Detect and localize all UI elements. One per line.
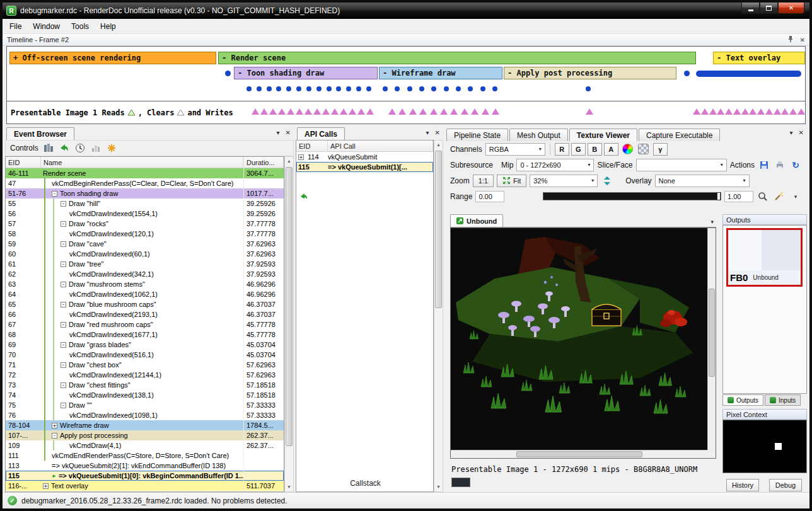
event-row[interactable]: 63-Draw "mushroom stems"46.96296 — [6, 279, 284, 289]
minimize-button[interactable] — [741, 3, 760, 14]
write-triangle-icon[interactable] — [693, 108, 700, 115]
export-icon[interactable] — [774, 159, 786, 171]
timeline-event-dot[interactable] — [276, 86, 281, 91]
zoom-combo[interactable]: 32% ▾ — [530, 175, 598, 187]
chevron-down-icon[interactable]: ▾ — [790, 129, 793, 136]
timeline-draw-bar[interactable] — [696, 71, 801, 77]
event-row[interactable]: 59-Draw "cave"37.62963 — [6, 239, 284, 249]
maximize-button[interactable] — [760, 3, 778, 14]
timeline-event-dot[interactable] — [492, 86, 497, 91]
event-row[interactable]: 62vkCmdDrawIndexed(342,1)37.92593 — [6, 269, 284, 279]
timeline-event-dot[interactable] — [296, 86, 301, 91]
refresh-icon[interactable]: ↻ — [789, 159, 802, 171]
timeline-event-dot[interactable] — [431, 86, 436, 91]
fit-button[interactable]: Fit — [497, 175, 526, 187]
timeline-event-dot[interactable] — [468, 86, 473, 91]
texture-viewport[interactable] — [450, 227, 716, 459]
event-row[interactable]: 115►=> vkQueueSubmit(1)[0]: vkBeginComma… — [6, 471, 284, 481]
tree-expander-icon[interactable]: - — [61, 282, 66, 287]
timeline-event-dot[interactable] — [246, 86, 252, 91]
toolbar-overflow-icon[interactable]: ▾ — [789, 190, 802, 203]
write-triangle-icon[interactable] — [357, 108, 365, 115]
menu-file[interactable]: File — [4, 20, 27, 33]
save-icon[interactable] — [758, 159, 770, 171]
chevron-down-icon[interactable]: ▾ — [277, 129, 280, 136]
write-triangle-icon[interactable] — [269, 108, 277, 115]
tree-expander-icon[interactable]: + — [43, 483, 49, 489]
write-triangle-icon[interactable] — [430, 108, 438, 115]
event-row[interactable]: 69-Draw "grass blades"45.03704 — [6, 340, 284, 350]
api-calls-scrollbar[interactable]: ▲ ▼ — [434, 140, 443, 492]
write-triangle-icon[interactable] — [789, 108, 797, 115]
write-triangle-icon[interactable] — [409, 108, 417, 115]
write-triangle-icon[interactable] — [340, 108, 347, 115]
write-triangle-icon[interactable] — [471, 108, 478, 115]
tab-api-calls[interactable]: API Calls — [297, 127, 345, 140]
timeline-event-dot[interactable] — [395, 86, 400, 91]
range-slider[interactable] — [543, 192, 721, 200]
tab-unbound-texture[interactable]: Unbound — [450, 214, 503, 227]
timeline-event-dot[interactable] — [356, 86, 361, 91]
channels-combo[interactable]: RGBA ▾ — [485, 143, 545, 156]
chevron-down-icon[interactable]: ▾ — [426, 129, 429, 136]
event-row[interactable]: 66vkCmdDrawIndexed(2193,1)46.37037 — [6, 309, 284, 319]
tree-expander-icon[interactable]: - — [61, 221, 66, 227]
event-row[interactable]: 67-Draw "red mushroom caps"45.77778 — [6, 319, 284, 330]
timeline-event-dot[interactable] — [480, 86, 485, 91]
write-triangle-icon[interactable] — [717, 108, 724, 115]
scroll-up-icon[interactable]: ▲ — [434, 141, 443, 149]
range-min-input[interactable]: 0.00 — [475, 191, 504, 202]
event-row[interactable]: 46-111Render scene3064.7... — [6, 168, 284, 178]
scrollbar-thumb[interactable] — [516, 451, 642, 457]
timeline-event-dot[interactable] — [257, 86, 262, 91]
write-triangle-icon[interactable] — [322, 108, 330, 115]
tree-expander-icon[interactable]: - — [61, 322, 66, 328]
timeline-event-dot[interactable] — [286, 86, 291, 91]
event-row[interactable]: 65-Draw "blue mushroom caps"46.37037 — [6, 299, 284, 309]
event-browser-scrollbar[interactable]: ▲ ▼ — [284, 156, 294, 492]
timeline-event-dot[interactable] — [586, 86, 591, 91]
write-triangle-icon[interactable] — [331, 108, 339, 115]
event-row[interactable]: 57-Draw "rocks"37.77778 — [6, 219, 284, 229]
range-max-input[interactable]: 1.00 — [724, 191, 753, 202]
write-triangle-icon[interactable] — [701, 108, 709, 115]
timeline-columns-icon[interactable] — [43, 142, 54, 154]
tree-expander-icon[interactable]: - — [61, 241, 66, 247]
scroll-down-icon[interactable]: ▼ — [434, 483, 443, 491]
tree-expander-icon[interactable]: - — [61, 201, 66, 207]
write-triangle-icon[interactable] — [461, 108, 468, 115]
viewport-horizontal-scrollbar[interactable] — [451, 450, 707, 458]
stats-icon[interactable] — [90, 142, 102, 154]
event-row[interactable]: 61-Draw "tree"37.92593 — [6, 259, 284, 269]
event-row[interactable]: 72vkCmdDrawIndexed(12144,1)57.62963 — [6, 370, 284, 380]
write-triangle-icon[interactable] — [450, 108, 458, 115]
tree-expander-icon[interactable]: - — [52, 191, 57, 197]
write-triangle-icon[interactable] — [757, 108, 765, 115]
magnifier-icon[interactable] — [757, 190, 769, 203]
tree-expander-icon[interactable]: + — [52, 423, 57, 428]
event-row[interactable]: 55-Draw "hill"39.25926 — [6, 198, 284, 209]
event-row[interactable]: 47vkCmdBeginRenderPass(C=Clear, D=Clear,… — [6, 178, 284, 188]
event-row[interactable]: 116-...+Text overlay511.7037 — [6, 481, 284, 491]
tree-expander-icon[interactable]: + — [298, 154, 304, 160]
event-row[interactable]: 78-104+Wireframe draw1784.5... — [6, 420, 284, 430]
timeline-event-dot[interactable] — [267, 86, 272, 91]
timeline-block[interactable]: - Text overlay — [713, 52, 805, 64]
write-triangle-icon[interactable] — [492, 108, 499, 115]
menu-help[interactable]: Help — [95, 20, 122, 33]
timeline-event-dot[interactable] — [327, 86, 332, 91]
timeline-event-dot[interactable] — [366, 86, 371, 91]
write-triangle-icon[interactable] — [586, 108, 593, 115]
slice-face-combo[interactable]: ▾ — [636, 159, 727, 171]
tab-pipeline-state[interactable]: Pipeline State — [446, 129, 508, 141]
write-triangle-icon[interactable] — [296, 108, 303, 115]
tab-outputs[interactable]: Outputs — [722, 394, 763, 406]
tree-expander-icon[interactable]: - — [61, 342, 66, 348]
write-triangle-icon[interactable] — [349, 108, 356, 115]
tab-mesh-output[interactable]: Mesh Output — [509, 129, 568, 141]
write-triangle-icon[interactable] — [741, 108, 749, 115]
overlay-combo[interactable]: None ▾ — [655, 175, 750, 187]
channel-a-button[interactable]: A — [604, 143, 618, 156]
gamma-button[interactable]: γ — [653, 143, 668, 156]
timeline-canvas[interactable]: Presentable Image 1 Reads , Clears and W… — [6, 46, 806, 124]
